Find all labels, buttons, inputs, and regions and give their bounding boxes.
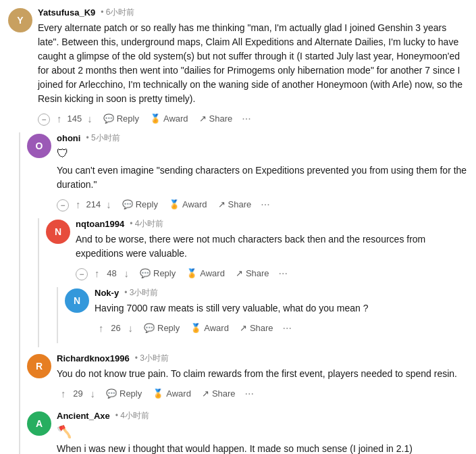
comment-header-nqtoan: nqtoan1994 • 4小时前 [76, 218, 468, 230]
downvote-icon-noky: ↓ [128, 322, 134, 334]
more-options-noky[interactable]: ··· [280, 321, 294, 336]
downvote-richardknox[interactable]: ↓ [86, 385, 100, 402]
award-icon: 🏅 [150, 114, 161, 124]
replies-yatsufusa: O ohoni • 5小时前 🛡 You can't even imagine … [19, 132, 468, 454]
award-icon-nqtoan: 🏅 [186, 268, 197, 278]
reply-icon: 💬 [103, 114, 114, 124]
downvote-ohoni[interactable]: ↓ [102, 196, 115, 213]
share-icon: ↗ [199, 114, 207, 124]
collapse-nqtoan[interactable]: − [76, 268, 88, 280]
username-ohoni: ohoni [57, 133, 80, 143]
collapse-yatsufusa[interactable]: − [38, 114, 50, 126]
upvote-nqtoan[interactable]: ↑ [90, 265, 104, 282]
share-icon-nqtoan: ↗ [236, 268, 243, 278]
reply-button-noky[interactable]: 💬 Reply [140, 320, 184, 336]
upvote-icon: ↑ [57, 113, 62, 124]
award-button-nqtoan[interactable]: 🏅 Award [182, 266, 229, 281]
comment-ohoni: O ohoni • 5小时前 🛡 You can't even imagine … [27, 132, 468, 347]
comment-nqtoan: N nqtoan1994 • 4小时前 And to be worse, the… [46, 218, 468, 343]
reply-icon-noky: 💬 [144, 323, 155, 333]
more-options-richardknox[interactable]: ··· [242, 386, 257, 401]
actions-richardknox: ↑ 29 ↓ 💬 Reply [57, 385, 468, 402]
award-button-yatsufusa[interactable]: 🏅 Award [146, 111, 192, 126]
actions-ohoni: − ↑ 214 ↓ 💬 [57, 196, 468, 213]
share-button-richardknox[interactable]: ↗ Share [198, 386, 240, 401]
vote-section-nqtoan: ↑ 48 ↓ [90, 265, 133, 282]
timestamp-richardknox: • 3小时前 [135, 353, 169, 364]
replies-nqtoan: N Nok-y • 3小时前 Having 7000 raw meats is … [57, 287, 468, 343]
comment-richardknox: R Richardknox1996 • 3小时前 You do not know… [27, 353, 468, 405]
comment-header-ancient-axe: Ancient_Axe • 4小时前 [57, 410, 468, 422]
reply-button-yatsufusa[interactable]: 💬 Reply [99, 111, 143, 126]
username-nqtoan: nqtoan1994 [76, 219, 124, 229]
share-button-yatsufusa[interactable]: ↗ Share [195, 111, 237, 126]
comment-ancient-axe: A Ancient_Axe • 4小时前 🪓 When i was new i … [27, 410, 468, 454]
reply-button-nqtoan[interactable]: 💬 Reply [136, 266, 180, 281]
downvote-nqtoan[interactable]: ↓ [120, 265, 134, 282]
username-noky: Nok-y [95, 288, 119, 298]
vote-count-yatsufusa: 145 [68, 114, 82, 124]
body-nqtoan: And to be worse, there were not much cha… [76, 232, 468, 261]
upvote-icon-nqtoan: ↑ [95, 268, 100, 279]
timestamp-nqtoan: • 4小时前 [130, 218, 163, 230]
reply-icon-richardknox: 💬 [106, 388, 117, 399]
avatar-ohoni: O [27, 134, 51, 158]
share-icon-richardknox: ↗ [202, 388, 209, 399]
timestamp-ancient-axe: • 4小时前 [115, 410, 149, 422]
replies-ohoni: N nqtoan1994 • 4小时前 And to be worse, the… [38, 218, 468, 347]
downvote-yatsufusa[interactable]: ↓ [83, 110, 97, 127]
upvote-noky[interactable]: ↑ [95, 320, 108, 336]
reply-icon-ohoni: 💬 [122, 199, 133, 209]
award-icon-richardknox: 🏅 [153, 388, 163, 399]
vote-count-noky: 26 [109, 323, 123, 333]
award-button-richardknox[interactable]: 🏅 Award [149, 386, 195, 401]
comment-header-ohoni: ohoni • 5小时前 [57, 132, 468, 144]
body-noky: Having 7000 raw meats is still very valu… [95, 301, 468, 316]
comment-yatsufusa: Y Yatsufusa_K9 • 6小时前 Every alternate pa… [8, 7, 468, 454]
vote-section-ohoni: ↑ 214 ↓ [72, 196, 115, 213]
comment-header-yatsufusa: Yatsufusa_K9 • 6小时前 [38, 7, 468, 18]
downvote-noky[interactable]: ↓ [124, 320, 138, 336]
share-icon-ohoni: ↗ [218, 199, 226, 209]
collapse-ohoni[interactable]: − [57, 199, 69, 211]
downvote-icon-ohoni: ↓ [106, 199, 111, 210]
upvote-ohoni[interactable]: ↑ [72, 196, 85, 213]
upvote-icon-richardknox: ↑ [61, 388, 66, 399]
timestamp-noky: • 3小时前 [124, 287, 158, 299]
award-button-noky[interactable]: 🏅 Award [186, 320, 233, 336]
mod-badge-ohoni: 🛡 [57, 147, 468, 161]
vote-section-noky: ↑ 26 ↓ [95, 320, 137, 336]
upvote-icon-ohoni: ↑ [76, 199, 81, 210]
upvote-richardknox[interactable]: ↑ [57, 385, 70, 402]
comment-header-richardknox: Richardknox1996 • 3小时前 [57, 353, 468, 364]
share-button-nqtoan[interactable]: ↗ Share [232, 266, 273, 281]
actions-noky: ↑ 26 ↓ [95, 320, 468, 336]
body-yatsufusa: Every alternate patch or so really has m… [38, 21, 468, 106]
emoji-ancient-axe: 🪓 [57, 424, 468, 439]
award-button-ohoni[interactable]: 🏅 Award [165, 197, 211, 212]
vote-section-richardknox: ↑ 29 ↓ [57, 385, 99, 402]
username-richardknox: Richardknox1996 [57, 353, 130, 363]
avatar-noky: N [65, 288, 89, 313]
more-options-nqtoan[interactable]: ··· [276, 266, 290, 281]
share-button-noky[interactable]: ↗ Share [236, 320, 277, 336]
vote-section-yatsufusa: ↑ 145 ↓ [53, 110, 97, 127]
upvote-yatsufusa[interactable]: ↑ [53, 110, 66, 127]
share-icon-noky: ↗ [240, 323, 247, 333]
reply-button-ohoni[interactable]: 💬 Reply [118, 197, 162, 212]
reply-button-richardknox[interactable]: 💬 Reply [102, 386, 146, 401]
comment-thread: Y Yatsufusa_K9 • 6小时前 Every alternate pa… [0, 0, 476, 454]
downvote-icon-nqtoan: ↓ [124, 268, 130, 279]
award-icon-ohoni: 🏅 [169, 199, 180, 209]
timestamp-yatsufusa: • 6小时前 [101, 7, 134, 18]
more-options-ohoni[interactable]: ··· [258, 197, 272, 212]
more-options-yatsufusa[interactable]: ··· [239, 111, 253, 126]
body-ohoni: You can't even imagine "sending characte… [57, 163, 468, 192]
share-button-ohoni[interactable]: ↗ Share [214, 197, 256, 212]
username-yatsufusa: Yatsufusa_K9 [38, 7, 95, 18]
vote-count-richardknox: 29 [72, 388, 85, 399]
body-ancient-axe: When i was new i thought that would happ… [57, 442, 468, 454]
body-richardknox: You do not know true pain. To claim rewa… [57, 367, 468, 381]
vote-count-ohoni: 214 [86, 199, 101, 209]
avatar-yatsufusa: Y [8, 8, 32, 32]
